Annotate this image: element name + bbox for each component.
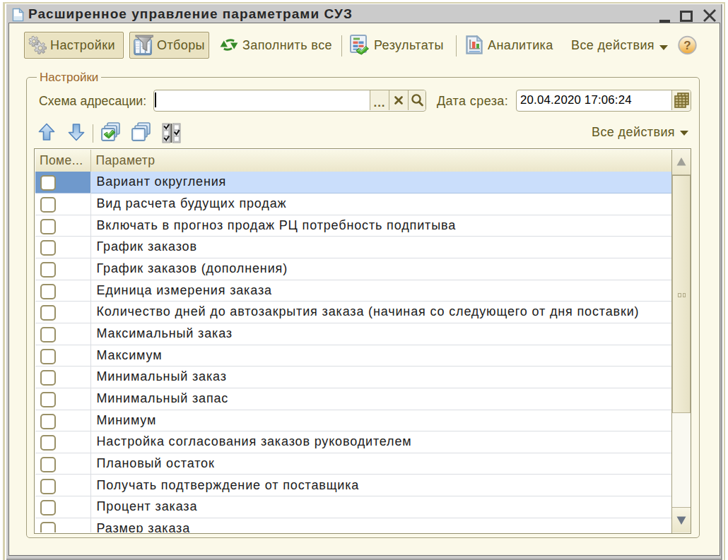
- svg-text:?: ?: [683, 39, 691, 52]
